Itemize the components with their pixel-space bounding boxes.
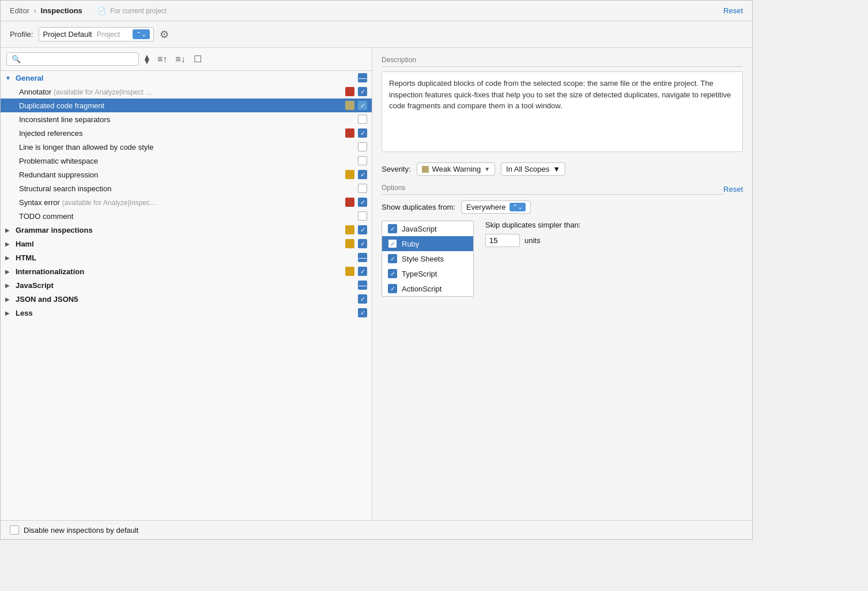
collapse-all-button[interactable]: ≡↓ [173,53,187,66]
lang-stylesheets-label: Style Sheets [402,255,444,263]
group-json-checkbox[interactable]: ✓ [358,294,367,304]
skip-unit: units [524,236,540,245]
lang-ruby-label: Ruby [402,240,419,248]
item-duplicated-checkbox[interactable]: ✓ [358,101,367,110]
item-structural-name: Structural search inspection [5,184,354,193]
lang-actionscript-checkbox[interactable]: ✓ [388,284,397,293]
bottom-bar: Disable new inspections by default [1,520,752,539]
group-i18n[interactable]: ▶ Internationalization ✓ [1,264,372,278]
options-reset-button[interactable]: Reset [723,185,743,194]
item-structural-checkbox[interactable] [358,184,367,193]
profile-name: Project Default [43,30,92,39]
group-haml[interactable]: ▶ Haml ✓ [1,237,372,251]
profile-select[interactable]: Project Default Project ⌃⌄ [39,27,154,41]
severity-dropdown[interactable]: Weak Warning ▼ [417,162,495,176]
search-box[interactable]: 🔍 [6,52,139,66]
group-haml-arrow: ▶ [5,241,12,247]
header-reset-button[interactable]: Reset [723,6,743,15]
lang-typescript-label: TypeScript [402,270,437,278]
lang-item-javascript[interactable]: ✓ JavaScript [382,221,473,236]
show-dup-value: Everywhere [466,203,506,211]
group-grammar-arrow: ▶ [5,227,12,233]
item-redundant-checkbox[interactable]: ✓ [358,170,367,179]
lang-item-typescript[interactable]: ✓ TypeScript [382,266,473,281]
group-haml-checkbox[interactable]: ✓ [358,239,367,248]
list-item-inconsistent[interactable]: Inconsistent line separators [1,112,372,126]
group-less-checkbox[interactable]: ✓ [358,308,367,317]
group-json[interactable]: ▶ JSON and JSON5 ✓ [1,292,372,306]
scope-dropdown[interactable]: In All Scopes ▼ [501,162,565,176]
expand-all-button[interactable]: ≡↑ [155,53,169,66]
list-item-todo[interactable]: TODO comment [1,209,372,223]
lang-item-actionscript[interactable]: ✓ ActionScript [382,281,473,296]
header-subtitle: 📄 For current project [97,7,167,15]
severity-row: Severity: Weak Warning ▼ In All Scopes ▼ [382,162,743,176]
item-line-longer-name: Line is longer than allowed by code styl… [5,143,354,151]
lang-actionscript-label: ActionScript [402,285,441,293]
group-html-checkbox[interactable]: — [358,253,367,262]
list-item-problematic[interactable]: Problematic whitespace [1,154,372,168]
list-item-structural[interactable]: Structural search inspection [1,181,372,195]
options-header: Options Reset [382,184,743,195]
item-inconsistent-checkbox[interactable] [358,115,367,124]
item-syntax-checkbox[interactable]: ✓ [358,198,367,207]
severity-section: Severity: Weak Warning ▼ In All Scopes ▼ [382,160,743,176]
group-html[interactable]: ▶ HTML — [1,251,372,264]
lang-javascript-label: JavaScript [402,225,437,233]
skip-value-input[interactable] [485,234,520,247]
group-grammar-color [345,225,354,234]
group-grammar[interactable]: ▶ Grammar inspections ✓ [1,223,372,237]
lang-javascript-checkbox[interactable]: ✓ [388,224,397,233]
header: Editor › Inspections 📄 For current proje… [1,1,752,21]
list-item-annotator[interactable]: Annotator (available for Analyze|Inspect… [1,85,372,99]
show-duplicates-row: Show duplicates from: Everywhere ⌃⌄ [382,200,743,214]
item-redundant-color [345,170,354,179]
profile-gear-button[interactable]: ⚙ [160,28,169,41]
scope-arrow-icon: ▼ [553,165,560,173]
group-less-name: Less [16,309,354,317]
lang-item-ruby[interactable]: ✓ Ruby [382,236,473,251]
lang-ruby-checkbox[interactable]: ✓ [388,239,397,248]
group-i18n-checkbox[interactable]: ✓ [358,267,367,276]
item-line-longer-checkbox[interactable] [358,142,367,151]
toggle-check-button[interactable]: ☐ [191,52,204,66]
group-json-arrow: ▶ [5,296,12,302]
group-javascript-checkbox[interactable]: — [358,281,367,290]
severity-value: Weak Warning [432,165,481,173]
group-grammar-checkbox[interactable]: ✓ [358,225,367,234]
profile-row: Profile: Project Default Project ⌃⌄ ⚙ [1,21,752,48]
show-dup-dropdown[interactable]: Everywhere ⌃⌄ [461,200,531,214]
group-html-name: HTML [16,253,354,262]
group-general[interactable]: ▼ General — [1,71,372,85]
list-item-redundant[interactable]: Redundant suppression ✓ [1,168,372,181]
filter-button[interactable]: ⧫ [142,52,152,66]
group-grammar-name: Grammar inspections [16,226,342,234]
list-item-duplicated[interactable]: Duplicated code fragment ✓ [1,99,372,112]
profile-label: Profile: [10,30,33,39]
item-todo-checkbox[interactable] [358,211,367,221]
item-problematic-checkbox[interactable] [358,156,367,165]
show-dup-arrow-icon: ⌃⌄ [510,203,526,211]
lang-item-stylesheets[interactable]: ✓ Style Sheets [382,251,473,266]
item-annotator-checkbox[interactable]: ✓ [358,87,367,96]
profile-arrow-icon: ⌃⌄ [133,29,150,39]
item-injected-checkbox[interactable]: ✓ [358,128,367,138]
group-less[interactable]: ▶ Less ✓ [1,306,372,320]
skip-panel: Skip duplicates simpler than: units [485,221,580,247]
severity-label: Severity: [382,165,411,173]
left-panel: 🔍 ⧫ ≡↑ ≡↓ ☐ ▼ General — An [1,48,372,520]
group-general-checkbox[interactable]: — [358,73,367,82]
group-less-arrow: ▶ [5,310,12,316]
group-javascript[interactable]: ▶ JavaScript — [1,278,372,292]
lang-typescript-checkbox[interactable]: ✓ [388,269,397,278]
item-annotator-color [345,87,354,96]
list-item-line-longer[interactable]: Line is longer than allowed by code styl… [1,140,372,154]
lang-stylesheets-checkbox[interactable]: ✓ [388,254,397,263]
severity-color-dot [422,166,429,173]
group-i18n-name: Internationalization [16,267,342,276]
list-item-syntax[interactable]: Syntax error (available for Analyze|Insp… [1,195,372,209]
bottom-disable-checkbox[interactable] [10,525,19,535]
list-item-injected[interactable]: Injected references ✓ [1,126,372,140]
search-input[interactable] [24,55,134,63]
item-annotator-name: Annotator (available for Analyze|Inspect… [5,88,342,96]
